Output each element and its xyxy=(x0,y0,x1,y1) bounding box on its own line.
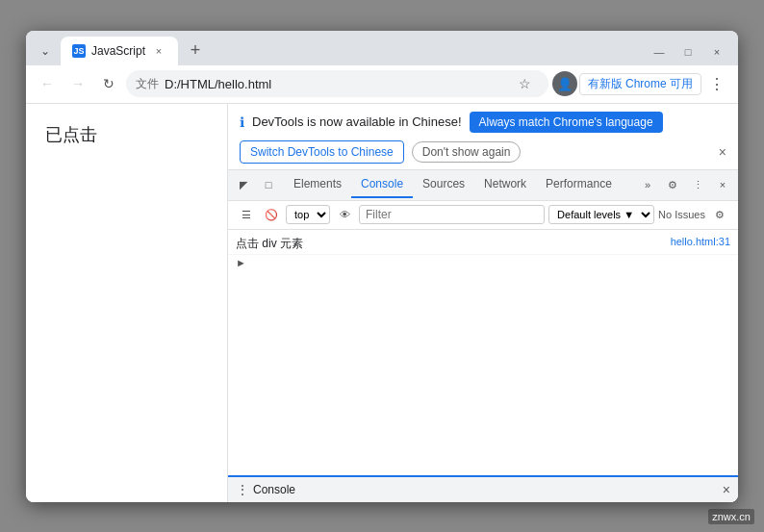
bookmark-button[interactable]: ☆ xyxy=(512,70,539,97)
active-tab[interactable]: JS JavaScript × xyxy=(61,37,178,65)
window-close-button[interactable]: × xyxy=(703,42,730,62)
console-entry-expand[interactable]: ► xyxy=(228,255,738,270)
console-clear-button[interactable]: 🚫 xyxy=(261,204,282,225)
devtools-notification-bar: ℹ DevTools is now available in Chinese! … xyxy=(228,104,738,170)
switch-to-chinese-button[interactable]: Switch DevTools to Chinese xyxy=(240,140,404,164)
more-tabs-button[interactable]: » xyxy=(636,173,659,196)
console-entry-text: 点击 div 元素 xyxy=(236,236,671,252)
devtools-close-button[interactable]: × xyxy=(711,173,734,196)
console-output: 点击 div 元素 hello.html:31 ► xyxy=(228,230,738,475)
devtools-tabs-right: » ⚙ ⋮ × xyxy=(636,173,734,196)
tab-performance[interactable]: Performance xyxy=(536,171,622,198)
address-input[interactable] xyxy=(165,77,506,91)
default-levels-select[interactable]: Default levels ▼ xyxy=(548,205,654,224)
tab-close-button[interactable]: × xyxy=(151,43,166,59)
watermark: znwx.cn xyxy=(708,509,754,524)
maximize-button[interactable]: □ xyxy=(675,42,701,62)
address-bar-container[interactable]: 文件 ☆ xyxy=(126,70,548,97)
tab-sources[interactable]: Sources xyxy=(413,171,474,198)
page-text: 已点击 xyxy=(45,125,97,144)
tab-dropdown-button[interactable]: ⌄ xyxy=(34,39,57,63)
bottom-bar-title: Console xyxy=(253,483,295,496)
tab-bar: ⌄ JS JavaScript × + — □ × xyxy=(26,31,738,65)
console-sidebar-button[interactable]: ☰ xyxy=(236,204,257,225)
chevron-down-icon: ⌄ xyxy=(40,44,50,58)
console-entry: 点击 div 元素 hello.html:31 xyxy=(228,234,738,255)
browser-menu-button[interactable]: ⋮ xyxy=(703,70,730,97)
browser-toolbar: ← → ↻ 文件 ☆ 👤 有新版 Chrome 可用 ⋮ xyxy=(26,65,738,104)
devtools-inspect-icon[interactable]: ◤ xyxy=(232,173,255,196)
devtools-more-button[interactable]: ⋮ xyxy=(686,173,709,196)
devtools-device-icon[interactable]: □ xyxy=(257,173,280,196)
tab-elements[interactable]: Elements xyxy=(284,171,351,198)
main-area: 已点击 ℹ DevTools is now available in Chine… xyxy=(26,104,738,502)
console-context-select[interactable]: top xyxy=(286,205,330,224)
console-filter-input[interactable] xyxy=(359,205,545,224)
console-entry-source[interactable]: hello.html:31 xyxy=(671,236,730,247)
new-tab-button[interactable]: + xyxy=(182,38,209,64)
forward-button[interactable]: → xyxy=(64,70,91,97)
bottom-bar-menu-icon[interactable]: ⋮ xyxy=(236,482,249,497)
update-badge[interactable]: 有新版 Chrome 可用 xyxy=(579,73,701,95)
notification-close-button[interactable]: × xyxy=(719,144,726,160)
page-content: 已点击 xyxy=(26,104,228,502)
console-eye-button[interactable]: 👁 xyxy=(334,204,355,225)
devtools-panel: ℹ DevTools is now available in Chinese! … xyxy=(228,104,738,502)
minimize-button[interactable]: — xyxy=(646,42,673,62)
devtools-settings-button[interactable]: ⚙ xyxy=(661,173,684,196)
no-issues-label: No Issues xyxy=(658,209,705,220)
tab-favicon: JS xyxy=(72,44,86,58)
devtools-tab-icons: ◤ □ xyxy=(232,173,280,196)
expand-arrow-icon[interactable]: ► xyxy=(236,257,246,268)
always-match-button[interactable]: Always match Chrome's language xyxy=(470,112,663,133)
console-toolbar: ☰ 🚫 top 👁 Default levels ▼ No Issues ⚙ xyxy=(228,201,738,230)
bottom-bar-close-button[interactable]: × xyxy=(723,482,730,497)
tab-console[interactable]: Console xyxy=(351,171,413,198)
devtools-bottom-bar: ⋮ Console × xyxy=(228,475,738,502)
back-button[interactable]: ← xyxy=(34,70,61,97)
notification-text: DevTools is now available in Chinese! xyxy=(252,114,462,129)
tab-network[interactable]: Network xyxy=(474,171,536,198)
profile-button[interactable]: 👤 xyxy=(552,71,577,96)
reload-button[interactable]: ↻ xyxy=(95,70,122,97)
devtools-tab-bar: ◤ □ Elements Console Sources Network Per… xyxy=(228,170,738,201)
info-icon: ℹ xyxy=(240,114,244,130)
toolbar-right: 👤 有新版 Chrome 可用 ⋮ xyxy=(552,70,730,97)
tab-title: JavaScript xyxy=(91,44,145,58)
dont-show-again-button[interactable]: Don't show again xyxy=(412,141,522,163)
file-icon: 文件 xyxy=(136,76,159,92)
console-settings-button[interactable]: ⚙ xyxy=(709,204,730,225)
window-controls: — □ × xyxy=(646,42,730,65)
